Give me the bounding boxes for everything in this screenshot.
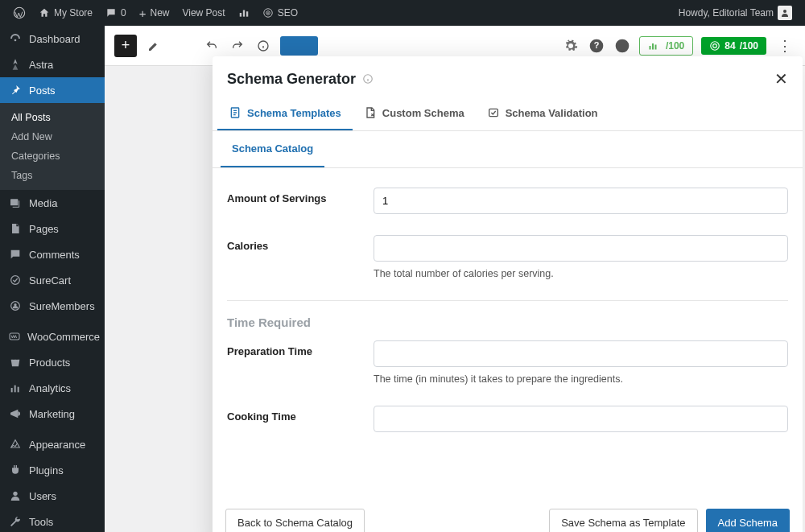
sidebar-item-posts[interactable]: Posts bbox=[0, 77, 105, 103]
rank-icon-link[interactable] bbox=[232, 0, 256, 26]
sidebar-item-marketing[interactable]: Marketing bbox=[0, 401, 105, 427]
sidebar-item-pages[interactable]: Pages bbox=[0, 216, 105, 241]
appearance-icon bbox=[9, 438, 22, 451]
new-link[interactable]: + New bbox=[133, 0, 176, 26]
sidebar-item-woocommerce[interactable]: WooCommerce bbox=[0, 324, 105, 349]
users-icon bbox=[9, 489, 22, 502]
label-prep-time: Preparation Time bbox=[227, 340, 362, 385]
input-calories[interactable] bbox=[374, 235, 788, 262]
marketing-icon bbox=[9, 407, 22, 420]
svg-point-17 bbox=[13, 492, 17, 496]
target-icon bbox=[262, 7, 274, 19]
sidebar-item-dashboard[interactable]: Dashboard bbox=[0, 26, 105, 52]
label-cook-time: Cooking Time bbox=[227, 406, 362, 432]
label-calories: Calories bbox=[227, 235, 362, 279]
modal-title: Schema Generator bbox=[227, 71, 374, 88]
tab-custom-schema[interactable]: Custom Schema bbox=[353, 97, 476, 130]
sidebar-item-users[interactable]: Users bbox=[0, 483, 105, 509]
plugins-icon bbox=[9, 464, 22, 476]
close-modal-button[interactable]: ✕ bbox=[774, 69, 788, 89]
view-post-link[interactable]: View Post bbox=[175, 0, 231, 26]
plus-icon: + bbox=[139, 6, 147, 20]
sidebar-item-surecart[interactable]: SureCart bbox=[0, 267, 105, 293]
svg-rect-9 bbox=[10, 199, 18, 205]
sidebar-sub-categories[interactable]: Categories bbox=[0, 146, 105, 166]
subtab-schema-catalog[interactable]: Schema Catalog bbox=[221, 131, 324, 167]
label-servings: Amount of Servings bbox=[227, 188, 362, 214]
sidebar-sub-add-new[interactable]: Add New bbox=[0, 127, 105, 146]
sidebar-item-analytics[interactable]: Analytics bbox=[0, 375, 105, 401]
section-time-required: Time Required bbox=[227, 300, 788, 340]
sidebar-item-media[interactable]: Media bbox=[0, 190, 105, 216]
sidebar-sub-tags[interactable]: Tags bbox=[0, 166, 105, 185]
svg-rect-2 bbox=[242, 10, 244, 17]
svg-rect-3 bbox=[246, 11, 248, 16]
surecart-icon bbox=[9, 274, 22, 287]
sidebar-sub-all-posts[interactable]: All Posts bbox=[0, 108, 105, 127]
svg-rect-16 bbox=[18, 387, 19, 393]
add-schema-button[interactable]: Add Schema bbox=[706, 509, 790, 532]
sidebar-item-appearance[interactable]: Appearance bbox=[0, 431, 105, 457]
woo-icon bbox=[8, 330, 21, 343]
validation-icon bbox=[487, 106, 500, 119]
site-link[interactable]: My Store bbox=[32, 0, 99, 26]
sidebar-submenu-posts: All Posts Add New Categories Tags bbox=[0, 103, 105, 190]
sidebar-item-comments[interactable]: Comments bbox=[0, 241, 105, 267]
svg-point-10 bbox=[11, 276, 20, 285]
wordpress-icon bbox=[13, 6, 26, 19]
svg-rect-15 bbox=[14, 386, 16, 393]
svg-point-6 bbox=[267, 12, 269, 14]
avatar bbox=[778, 6, 792, 20]
templates-icon bbox=[229, 106, 242, 119]
sidebar-item-suremembers[interactable]: SureMembers bbox=[0, 293, 105, 319]
help-prep-time: The time (in minutes) it takes to prepar… bbox=[374, 373, 788, 385]
svg-point-7 bbox=[783, 10, 786, 13]
input-servings[interactable] bbox=[374, 188, 788, 214]
analytics-icon bbox=[9, 381, 22, 394]
comments-count: 0 bbox=[121, 7, 126, 19]
new-label: New bbox=[150, 7, 169, 19]
comment-icon bbox=[105, 7, 117, 19]
svg-rect-40 bbox=[489, 109, 497, 116]
dashboard-icon bbox=[9, 32, 22, 45]
svg-rect-14 bbox=[11, 388, 13, 392]
sidebar-item-products[interactable]: Products bbox=[0, 349, 105, 375]
help-calories: The total number of calories per serving… bbox=[374, 268, 788, 279]
user-icon bbox=[780, 8, 790, 18]
svg-point-8 bbox=[14, 39, 17, 42]
user-greeting[interactable]: Howdy, Editorial Team bbox=[672, 0, 799, 26]
wp-logo[interactable] bbox=[6, 0, 32, 26]
site-name: My Store bbox=[54, 7, 93, 19]
products-icon bbox=[9, 356, 22, 369]
comments-link[interactable]: 0 bbox=[99, 0, 133, 26]
input-prep-time[interactable] bbox=[374, 340, 788, 367]
sidebar-item-tools[interactable]: Tools bbox=[0, 509, 105, 532]
tools-icon bbox=[9, 515, 22, 528]
seo-link[interactable]: SEO bbox=[256, 0, 304, 26]
comment-icon bbox=[9, 248, 22, 261]
sidebar-item-astra[interactable]: Astra bbox=[0, 52, 105, 77]
schema-generator-modal: Schema Generator ✕ Schema Templates C bbox=[213, 56, 803, 532]
back-button[interactable]: Back to Schema Catalog bbox=[225, 509, 365, 532]
admin-sidebar: Dashboard Astra Posts All Posts Add New … bbox=[0, 26, 105, 532]
page-icon bbox=[9, 222, 22, 235]
home-icon bbox=[39, 7, 50, 19]
info-icon[interactable] bbox=[362, 73, 374, 85]
tab-schema-templates[interactable]: Schema Templates bbox=[217, 97, 353, 130]
svg-point-12 bbox=[14, 303, 16, 306]
astra-icon bbox=[9, 58, 22, 71]
svg-rect-1 bbox=[239, 13, 241, 17]
sidebar-item-plugins[interactable]: Plugins bbox=[0, 457, 105, 483]
custom-icon bbox=[364, 106, 377, 119]
chart-icon bbox=[238, 7, 250, 19]
suremembers-icon bbox=[9, 299, 22, 312]
media-icon bbox=[9, 196, 22, 209]
save-template-button[interactable]: Save Schema as Template bbox=[549, 509, 697, 532]
tab-schema-validation[interactable]: Schema Validation bbox=[476, 97, 609, 130]
input-cook-time[interactable] bbox=[374, 406, 788, 432]
pin-icon bbox=[9, 84, 22, 97]
